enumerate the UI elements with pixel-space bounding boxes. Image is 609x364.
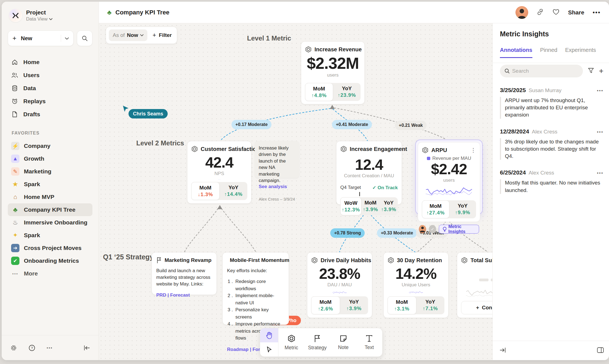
- new-button[interactable]: + New: [8, 31, 74, 46]
- strategy-card-marketing-revamp[interactable]: Marketing Revamp Build and launch a new …: [152, 252, 217, 295]
- search-input[interactable]: [512, 68, 578, 74]
- ellipsis-icon: •••: [11, 271, 19, 276]
- sidebar-item-cross-project-moves[interactable]: ➔ Cross Project Moves: [8, 242, 92, 254]
- sidebar-item-company-kpi-tree[interactable]: ♣ Company KPI Tree: [8, 203, 92, 216]
- delta-cell-mom[interactable]: MoM ↓1.3%: [191, 182, 220, 200]
- delta-cell-mom[interactable]: MoM ↑4.8%: [305, 83, 333, 101]
- kpi-tree-canvas[interactable]: As of Now + Filter Level 1 Metric Level …: [99, 23, 492, 360]
- metric-insights-button[interactable]: Metric Insights: [439, 225, 479, 234]
- canvas-note[interactable]: Increase likely driven by the launch of …: [255, 141, 299, 178]
- user-avatar[interactable]: [515, 6, 528, 19]
- annotation-item[interactable]: 3/25/2025 Susan Murray ••• ARPU went up …: [500, 87, 603, 119]
- delta-cell-mom[interactable]: MoM ↑3.9%: [361, 197, 379, 215]
- metric-hex-icon: [191, 146, 198, 152]
- metric-card-increase-revenue[interactable]: Increase Revenue $2.32M users MoM ↑4.8%: [301, 41, 365, 104]
- metric-insights-panel: Metric Insights Annotations Pinned Exper…: [492, 23, 609, 360]
- add-annotation-icon[interactable]: +: [599, 67, 603, 75]
- delta-cell-mom[interactable]: MoM ↑27.4%: [422, 200, 449, 218]
- sidebar-item-replays[interactable]: Replays: [8, 95, 92, 108]
- favorite-heart-icon[interactable]: [552, 8, 560, 16]
- see-analysis-link[interactable]: See analysis: [259, 184, 295, 189]
- metric-card-customer-satisfaction[interactable]: Customer Satisfaction 42.4 NPS MoM ↓1.3%: [187, 141, 251, 204]
- annotation-menu-icon[interactable]: •••: [597, 170, 603, 176]
- delta-cell-yoy[interactable]: YoY ↑3.9%: [380, 197, 398, 215]
- note-tool-button[interactable]: Note: [330, 328, 356, 357]
- search-icon: [82, 35, 88, 41]
- pencil-icon: ✎: [11, 167, 19, 176]
- more-menu-icon[interactable]: •••: [593, 9, 601, 16]
- strategy-tool-button[interactable]: Strategy: [304, 328, 331, 357]
- as-of-selector[interactable]: As of Now: [109, 29, 147, 41]
- annotation-menu-icon[interactable]: •••: [597, 88, 603, 93]
- sidebar-item-marketing[interactable]: ✎ Marketing: [8, 165, 92, 178]
- delta-cell-yoy[interactable]: YoY ↑9.9%: [449, 200, 476, 218]
- metric-card-arpu-selection[interactable]: ARPU ⋮ Revenue per MAU $2.42 users: [415, 140, 483, 215]
- help-icon[interactable]: ?: [28, 344, 36, 352]
- sidebar-item-home-mvp[interactable]: ⌂ Home MVP: [8, 191, 92, 203]
- metric-card-increase-engagement[interactable]: Increase Engagement 12.4 Content Creatio…: [336, 141, 402, 205]
- delta-cell-yoy[interactable]: YoY ↑23.9%: [333, 83, 361, 101]
- delta-cell-yoy[interactable]: YoY ↑14.4%: [220, 182, 247, 200]
- copy-link-icon[interactable]: [537, 8, 544, 17]
- sidebar-item-home[interactable]: Home: [8, 55, 92, 69]
- metric-unit: users: [422, 178, 476, 183]
- metric-card-total-subscriptions[interactable]: Total Subscriptions + Connect: [457, 252, 492, 318]
- chevron-down-icon: [140, 34, 144, 36]
- layout-columns-icon[interactable]: [597, 347, 604, 354]
- metric-hex-icon: [305, 46, 312, 53]
- metric-tool-button[interactable]: Metric: [278, 328, 304, 357]
- delta-cell-wow[interactable]: WoW ↑12.3%: [340, 197, 361, 215]
- strategy-links[interactable]: PRD | Forecast: [156, 292, 212, 298]
- metric-unit: NPS: [191, 171, 247, 176]
- filter-icon[interactable]: [588, 67, 594, 75]
- tab-experiments[interactable]: Experiments: [565, 47, 596, 58]
- annotations-search[interactable]: [500, 65, 583, 77]
- note-author: Alex Cress – 3/9/24: [259, 197, 295, 201]
- delta-cell-yoy[interactable]: YoY ↑3.9%: [340, 296, 368, 314]
- sparkline-chart: [462, 286, 492, 299]
- workspace-view-switcher[interactable]: Data View: [26, 16, 52, 22]
- text-tool-button[interactable]: Text: [356, 328, 382, 357]
- tool-dock: Metric Strategy Note Text: [260, 328, 382, 357]
- sidebar-item-spark-2[interactable]: ✦ Spark: [8, 229, 92, 242]
- sidebar-item-company[interactable]: ⚡ Company: [8, 140, 92, 152]
- delta-cell-yoy[interactable]: YoY ↑7.1%: [416, 296, 445, 314]
- add-filter-button[interactable]: + Filter: [152, 32, 172, 39]
- delta-cell-mom[interactable]: MoM ↑3.1%: [387, 296, 416, 314]
- more-options-icon[interactable]: •••: [47, 345, 53, 350]
- sidebar-item-immersive-onboarding[interactable]: ♨ Immersive Onboarding: [8, 216, 92, 229]
- plus-icon: +: [12, 34, 16, 42]
- chevron-down-icon[interactable]: [65, 37, 69, 40]
- hand-tool-button[interactable]: [260, 328, 278, 342]
- metric-card-30-day-retention[interactable]: 30 Day Retention 14.2% Unique Users MoM …: [383, 252, 449, 318]
- hand-icon: [266, 332, 273, 339]
- select-tool-button[interactable]: [260, 342, 278, 357]
- workspace-switcher[interactable]: Project Data View: [8, 9, 92, 22]
- sidebar-item-data[interactable]: Data: [8, 82, 92, 95]
- sidebar-nav: Home Users Data Replays Drafts: [8, 55, 92, 121]
- sidebar-item-drafts[interactable]: Drafts: [8, 108, 92, 121]
- collapse-panel-icon[interactable]: [499, 347, 506, 354]
- connect-data-button[interactable]: + Connect: [461, 301, 492, 314]
- delta-cell-mom[interactable]: MoM ↑2.6%: [311, 296, 340, 314]
- metric-card-drive-daily-habits[interactable]: Drive Daily Habbits 23.8% DAU / MAU MoM …: [307, 252, 372, 318]
- sidebar-item-more[interactable]: ••• More: [8, 267, 92, 280]
- settings-gear-icon[interactable]: [10, 344, 17, 352]
- annotation-item[interactable]: 6/25/2024 Alex Cress ••• Mostly flat thi…: [500, 169, 603, 194]
- tab-annotations[interactable]: Annotations: [500, 47, 532, 58]
- tab-pinned[interactable]: Pinned: [540, 47, 557, 58]
- metric-value: 42.4: [191, 155, 247, 170]
- sidebar-item-spark[interactable]: ★ Spark: [8, 178, 92, 191]
- annotation-item[interactable]: 12/28/2024 Alex Cress ••• 3% drop likely…: [500, 128, 603, 160]
- panel-tabs: Annotations Pinned Experiments: [500, 47, 603, 58]
- sidebar-item-growth[interactable]: ▲ Growth: [8, 152, 92, 165]
- sidebar-item-users[interactable]: Users: [8, 69, 92, 82]
- strategy-card-mobile-first-momentum[interactable]: Mobile-First Momentum Key efforts includ…: [222, 252, 289, 325]
- sidebar-item-onboarding-metrics[interactable]: ✔ Onboarding Metrics: [8, 254, 92, 267]
- annotation-menu-icon[interactable]: •••: [597, 129, 603, 135]
- card-menu-icon[interactable]: ⋮: [470, 147, 476, 153]
- rocket-icon: ▲: [11, 155, 19, 163]
- collapse-sidebar-icon[interactable]: [84, 345, 90, 351]
- share-button[interactable]: Share: [568, 9, 584, 16]
- sidebar-search-button[interactable]: [77, 31, 92, 46]
